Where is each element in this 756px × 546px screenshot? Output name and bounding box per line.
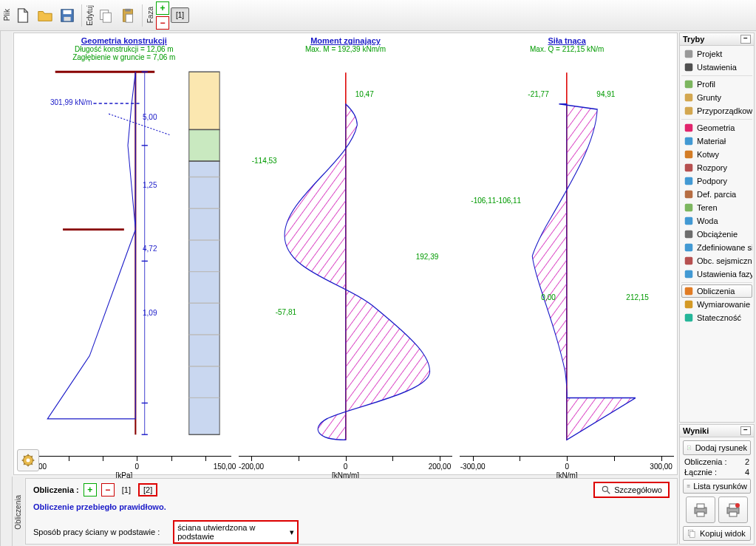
svg-rect-50 [685,107,693,115]
mode-icon [684,62,694,72]
moment-xmid: 0 [344,463,348,471]
svg-point-77 [735,503,740,508]
moment-title: Moment zginający [310,36,381,45]
svg-rect-51 [685,124,693,132]
shear-v4: 0,00 [541,293,555,301]
moment-v2: -114,53 [252,157,277,165]
remove-phase-button[interactable]: − [156,16,169,30]
geometry-title: Geometria konstrukcji [81,36,167,45]
geometry-sub1: Długość konstrukcji = 12,06 m [75,45,174,53]
drawing-list-button[interactable]: Lista rysunków [683,479,751,494]
mode-item-kotwy[interactable]: Kotwy [681,148,752,161]
detailed-button[interactable]: Szczegółowo [593,482,670,498]
mode-item-woda[interactable]: Woda [681,214,752,228]
shear-v2: 94,91 [596,90,615,98]
mode-item-wymiarowanie[interactable]: Wymiarowanie [681,298,752,311]
new-file-button[interactable] [13,4,33,27]
mode-icon [684,163,694,173]
mode-item-profil[interactable]: Profil [681,78,752,91]
shear-v1: -21,77 [528,90,548,98]
print-color-button[interactable] [718,496,748,523]
svg-rect-8 [189,72,219,129]
open-file-button[interactable] [35,4,55,27]
svg-rect-9 [189,130,219,162]
plot-canvas: Geometria konstrukcji Długość konstrukcj… [13,33,678,475]
shear-xmax: 300,00 [650,463,672,471]
shear-xmin: -300,00 [460,463,486,471]
mode-item-podpory[interactable]: Podpory [681,174,752,188]
phase-1-button[interactable]: [1] [171,7,189,23]
success-message: Obliczenie przebiegło prawidłowo. [33,502,670,511]
add-phase-button[interactable]: + [156,1,169,15]
svg-rect-55 [685,177,693,185]
mode-item-teren[interactable]: Teren [681,201,752,214]
shear-plot: Siła tnąca Max. Q = 212,15 kN/m -21,77 9… [460,36,674,471]
right-column: Tryby− ProjektUstawieniaProfilGruntyPrzy… [679,31,756,546]
shear-xmid: 0 [565,463,569,471]
mode-icon [684,79,694,89]
shear-v5: 212,15 [626,293,649,301]
print-bw-button[interactable] [686,496,715,523]
moment-xmax: 200,00 [429,463,452,471]
mode-item-obliczenia[interactable]: Obliczenia [681,284,752,298]
svg-rect-69 [687,486,690,487]
mode-item-obc-sejsmiczne[interactable]: Obc. sejsmiczne [681,254,752,267]
canvas-settings-button[interactable] [17,449,39,471]
copy-view-button[interactable]: Kopiuj widok [683,526,751,541]
moment-v4: -57,81 [276,308,296,316]
svg-line-23 [109,114,170,134]
geom-d3: 4,72 [143,245,157,253]
svg-line-45 [607,491,610,494]
fixity-combo[interactable]: ściana utwierdzona w podstawie ▾ [173,520,299,544]
calc-phase-2[interactable]: [2] [138,483,157,496]
geom-d2: 1,25 [143,181,157,189]
printer-icon [692,501,709,519]
svg-line-42 [24,463,25,465]
svg-rect-70 [687,487,690,488]
fixity-label: Sposób pracy ściany w podstawie : [33,528,160,536]
add-drawing-button[interactable]: +Dodaj rysunek [683,440,751,455]
mode-item-ustawienia[interactable]: Ustawienia [681,61,752,74]
svg-rect-6 [125,8,130,11]
bottom-side-tab[interactable]: Obliczenia [12,477,24,546]
shear-sub: Max. Q = 212,15 kN/m [530,45,604,53]
results-total-label: Łącznie : [684,468,717,477]
minimize-results-button[interactable]: − [740,426,751,435]
mode-item-ustawienia-fazy[interactable]: Ustawienia fazy [681,267,752,281]
svg-rect-76 [729,512,737,516]
copy-button[interactable] [95,4,116,27]
mode-icon [684,189,694,199]
geom-xmax: 150,00 [214,463,236,471]
mode-item-materia-[interactable]: Materiał [681,134,752,148]
mode-item-def-parcia[interactable]: Def. parcia [681,188,752,201]
mode-item-geometria[interactable]: Geometria [681,121,752,134]
phase-label: Faza [146,5,154,24]
mode-icon [684,136,694,146]
svg-rect-56 [685,191,693,199]
save-file-button[interactable] [57,4,78,27]
left-side-tab[interactable] [0,31,12,546]
mode-icon [684,106,694,116]
add-calc-phase-button[interactable]: + [84,483,97,496]
mode-item-projekt[interactable]: Projekt [681,47,752,61]
mode-item-grunty[interactable]: Grunty [681,91,752,104]
mode-item-stateczno-[interactable]: Stateczność [681,311,752,324]
mode-item-rozpory[interactable]: Rozpory [681,161,752,174]
svg-rect-47 [685,64,693,72]
moment-v3: 192,39 [416,253,439,261]
moment-plot: Moment zginający Max. M = 192,39 kNm/m 1… [239,36,453,471]
mode-icon [684,242,694,253]
calc-phase-1[interactable]: [1] [119,484,134,496]
remove-calc-phase-button[interactable]: − [101,483,115,496]
svg-rect-65 [685,314,693,322]
svg-rect-57 [685,204,693,212]
mode-icon [684,123,694,133]
mode-item-obci-enie[interactable]: Obciążenie [681,228,752,241]
mode-item-przyporz-dkow-[interactable]: Przyporządkow. [681,104,752,117]
paste-button[interactable] [118,4,138,27]
mode-icon [684,229,694,239]
geom-force-label: 301,99 kN/m [50,98,92,106]
mode-item-zdefiniowane-si-y[interactable]: Zdefiniowane siły [681,241,752,254]
moment-sub: Max. M = 192,39 kNm/m [305,45,386,53]
minimize-modes-button[interactable]: − [740,35,751,44]
